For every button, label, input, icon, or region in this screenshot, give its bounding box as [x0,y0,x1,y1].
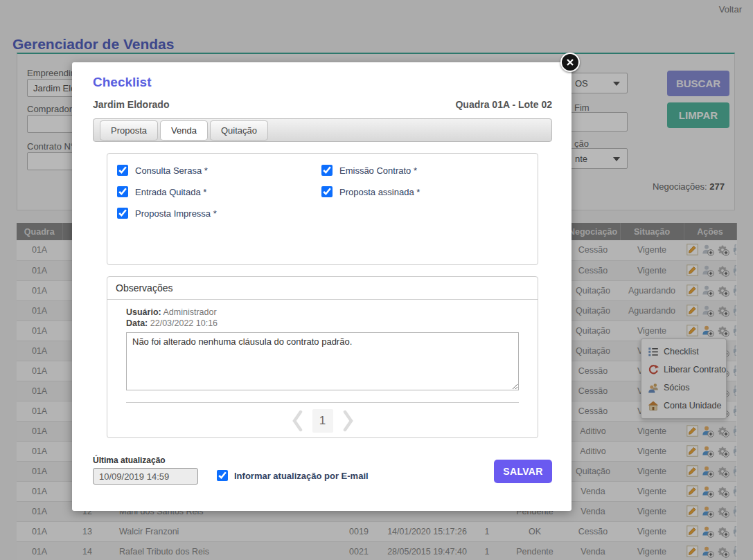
last-update-input[interactable] [93,468,198,485]
modal-subtitle-project: Jardim Eldorado [93,99,169,110]
pagination-current-page[interactable]: 1 [312,409,333,433]
checklist-item-label: Proposta assinada * [339,187,420,197]
last-update-label: Última atualização [93,455,198,465]
checklist-modal: Checklist Jardim Eldorado Quadra 01A - L… [72,62,572,511]
email-notify-field: Informar atualização por E-mail [217,470,369,481]
checklist-checkbox[interactable] [117,165,128,176]
checklist-item-label: Emissão Contrato * [339,165,417,176]
observacao-textarea[interactable]: Não foi alterado nenhuma cláusula do con… [126,332,519,390]
email-notify-label: Informar atualização por E-mail [234,471,369,481]
close-icon[interactable] [560,53,580,72]
checklist-item-label: Proposta Impressa * [135,208,217,219]
checklist-item: Consulta Serasa * [117,165,321,176]
user-label: Usuário: [126,307,161,317]
last-update-field: Última atualização [93,455,198,485]
salvar-button[interactable]: SALVAR [494,460,552,483]
date-label: Data: [126,318,148,328]
checklist-checkbox[interactable] [321,165,333,176]
email-notify-checkbox[interactable] [217,470,228,481]
checklist-item-label: Consulta Serasa * [135,165,208,176]
observacoes-title: Observações [107,277,538,300]
observacao-date: Data: 22/03/2022 10:16 [126,318,519,329]
divider [126,402,519,403]
pagination-next-icon[interactable] [342,410,355,432]
checklist-item: Proposta Impressa * [117,208,321,219]
modal-tabbar: PropostaVendaQuitação [93,118,552,142]
checklist-fieldset: Consulta Serasa *Emissão Contrato *Entra… [107,153,538,265]
checklist-item: Entrada Quitada * [117,186,321,197]
tab-proposta[interactable]: Proposta [100,120,158,141]
checklist-item: Proposta assinada * [321,186,538,197]
observacoes-pagination: 1 [126,409,519,433]
checklist-item-label: Entrada Quitada * [135,187,206,197]
checklist-checkbox[interactable] [321,186,333,197]
checklist-item: Emissão Contrato * [321,165,538,176]
user-value: Administrador [163,307,217,317]
observacao-user: Usuário: Administrador [126,307,519,318]
modal-subtitle-lot: Quadra 01A - Lote 02 [455,99,552,110]
pagination-prev-icon[interactable] [290,410,304,432]
checklist-checkbox[interactable] [117,208,128,219]
observacoes-fieldset: Observações Usuário: Administrador Data:… [107,276,538,438]
date-value: 22/03/2022 10:16 [150,318,218,328]
tab-venda[interactable]: Venda [160,120,208,141]
tab-quita-o[interactable]: Quitação [210,120,268,141]
modal-title: Checklist [93,75,552,90]
checklist-checkbox[interactable] [117,186,128,197]
